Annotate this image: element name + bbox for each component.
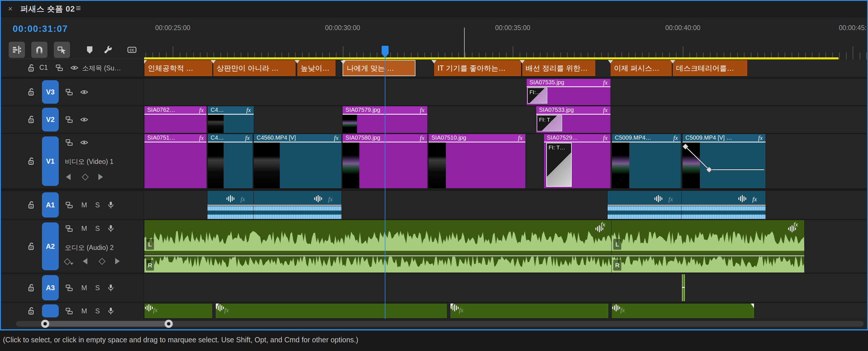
solo-icon[interactable]: S: [93, 283, 102, 293]
captions-button[interactable]: CC: [124, 42, 140, 58]
sequence-tab-title[interactable]: 퍼새스 숏폼 02: [20, 4, 75, 14]
add-keyframe-icon[interactable]: [98, 258, 105, 265]
transition-clip[interactable]: FI: T…: [546, 143, 572, 187]
track-select-icon[interactable]: [64, 115, 74, 124]
caption-clip[interactable]: IT 기기를 좋아하는…: [434, 60, 521, 76]
fx-badge-icon[interactable]: fx: [153, 306, 158, 314]
track-lane-c1[interactable]: 인체공학적 …상판만이 아니라 …높낮이…나에게 맞는 …IT 기기를 좋아하는…: [144, 59, 868, 77]
caption-clip[interactable]: 배선 정리를 위한…: [522, 60, 595, 76]
track-lane-a4[interactable]: fxfxfxfx: [144, 303, 868, 319]
caption-clip[interactable]: 나에게 맞는 …: [343, 60, 415, 76]
add-marker-button[interactable]: [82, 42, 98, 58]
nest-toggle-button[interactable]: [9, 42, 25, 58]
music-audio-clip[interactable]: LRfx: [144, 220, 612, 272]
caption-clip[interactable]: 높낮이…: [297, 60, 336, 76]
horizontal-scrollbar-thumb[interactable]: [41, 321, 173, 327]
track-lane-a3[interactable]: [144, 274, 868, 302]
fx-badge-icon[interactable]: fx: [199, 106, 204, 114]
track-badge-a4[interactable]: [42, 304, 59, 317]
caption-clip[interactable]: 상판만이 아니라 …: [213, 60, 296, 76]
volume-rubber-band[interactable]: [612, 256, 804, 256]
lock-track-icon[interactable]: [27, 115, 36, 124]
eye-icon[interactable]: [69, 63, 79, 73]
track-badge-a1[interactable]: A1: [42, 192, 59, 217]
track-select-icon[interactable]: [64, 138, 74, 147]
transition-clip[interactable]: FI:…: [527, 87, 548, 104]
mic-icon[interactable]: [106, 224, 116, 233]
fx-badge-icon[interactable]: fx: [224, 306, 229, 314]
eye-icon[interactable]: [79, 115, 89, 124]
track-badge-v3[interactable]: V3: [42, 80, 59, 104]
snap-button[interactable]: [31, 42, 48, 58]
track-lane-v2[interactable]: SIA0762…fxC4…fxSIA07579.jpgfxSIA07533.jp…: [144, 106, 868, 133]
video-clip[interactable]: SIA07510.jpgfx: [429, 134, 525, 188]
scrollbar-zoom-handle-2[interactable]: [165, 320, 173, 328]
caption-clip[interactable]: 데스크테리어를…: [673, 60, 747, 76]
fx-badge-icon[interactable]: fx: [246, 106, 251, 114]
track-lane-a1[interactable]: fxfxfxfx: [144, 191, 868, 219]
lock-track-icon[interactable]: [27, 306, 36, 316]
next-keyframe-icon[interactable]: [115, 258, 120, 264]
video-clip[interactable]: SIA0762…fx: [144, 106, 207, 133]
eye-icon[interactable]: [79, 138, 89, 147]
video-clip[interactable]: C4…fx: [208, 106, 254, 133]
caption-clip[interactable]: 이제 퍼시스…: [611, 60, 672, 76]
tiny-audio-clip[interactable]: [682, 274, 685, 301]
keyframe-type-icon[interactable]: [64, 258, 71, 265]
video-clip[interactable]: SIA07535.jpgfxFI:…: [527, 79, 611, 105]
video-clip[interactable]: C4…fx: [208, 134, 253, 188]
fx-badge-icon[interactable]: fx: [420, 106, 425, 114]
video-clip[interactable]: C5009.MP4…fx: [612, 134, 681, 188]
track-badge-a2[interactable]: A2: [42, 223, 59, 270]
solo-icon[interactable]: S: [93, 224, 102, 233]
lock-track-icon[interactable]: [27, 156, 36, 166]
previous-keyframe-icon[interactable]: [66, 174, 71, 180]
playhead-line[interactable]: [385, 46, 385, 319]
audio-clip[interactable]: fx: [254, 191, 341, 219]
video-clip[interactable]: SIA0751…fx: [144, 134, 207, 188]
fx-badge-icon[interactable]: fx: [758, 134, 763, 142]
timeline-settings-wrench-button[interactable]: [100, 42, 116, 58]
track-select-icon[interactable]: [64, 87, 74, 97]
playhead-handle[interactable]: [381, 46, 389, 59]
mute-icon[interactable]: M: [79, 200, 89, 210]
close-icon[interactable]: ×: [8, 4, 12, 13]
audio-clip[interactable]: fx: [144, 303, 212, 318]
video-clip[interactable]: SIA07533.jpgfxFI: T…: [536, 106, 611, 133]
caption-clip[interactable]: 인체공학적 …: [144, 60, 212, 76]
fx-badge-icon[interactable]: fx: [603, 79, 608, 86]
fx-badge-icon[interactable]: fx: [620, 306, 625, 314]
transition-clip[interactable]: FI: T…: [537, 115, 562, 131]
track-select-icon[interactable]: [54, 63, 64, 73]
panel-menu-icon[interactable]: ≡: [76, 3, 81, 13]
fx-badge-icon[interactable]: fx: [245, 134, 250, 142]
fx-badge-icon[interactable]: fx: [459, 306, 464, 314]
audio-clip[interactable]: fx: [216, 303, 447, 318]
audio-clip[interactable]: fx: [682, 191, 766, 219]
mic-icon[interactable]: [106, 306, 116, 316]
eye-icon[interactable]: [79, 87, 89, 97]
audio-clip[interactable]: fx: [608, 191, 682, 219]
fx-badge-icon[interactable]: fx: [603, 134, 608, 142]
track-lane-v1[interactable]: SIA0751…fxC4…fxC4560.MP4 [V]fxSIA07580.j…: [144, 134, 868, 188]
lock-track-icon[interactable]: [27, 241, 36, 252]
fx-badge-icon[interactable]: fx: [603, 106, 608, 114]
track-select-icon[interactable]: [64, 283, 74, 293]
next-keyframe-icon[interactable]: [98, 174, 103, 180]
audio-clip[interactable]: fx: [612, 303, 754, 318]
fx-badge-icon[interactable]: fx: [241, 196, 245, 203]
linked-selection-button[interactable]: [54, 42, 70, 58]
lock-track-icon[interactable]: [27, 63, 36, 73]
track-select-icon[interactable]: [64, 200, 74, 210]
add-keyframe-icon[interactable]: [82, 173, 89, 180]
fx-badge-icon[interactable]: fx: [518, 134, 523, 142]
mic-icon[interactable]: [106, 283, 116, 293]
track-select-icon[interactable]: [64, 306, 74, 316]
playhead-timecode[interactable]: 00:00:31:07: [13, 24, 68, 34]
lock-track-icon[interactable]: [27, 283, 36, 293]
track-select-icon[interactable]: [64, 224, 74, 233]
fx-badge-icon[interactable]: fx: [328, 196, 333, 203]
audio-clip[interactable]: fx: [208, 191, 254, 219]
track-badge-v1[interactable]: V1: [42, 137, 59, 186]
solo-icon[interactable]: S: [93, 200, 102, 210]
